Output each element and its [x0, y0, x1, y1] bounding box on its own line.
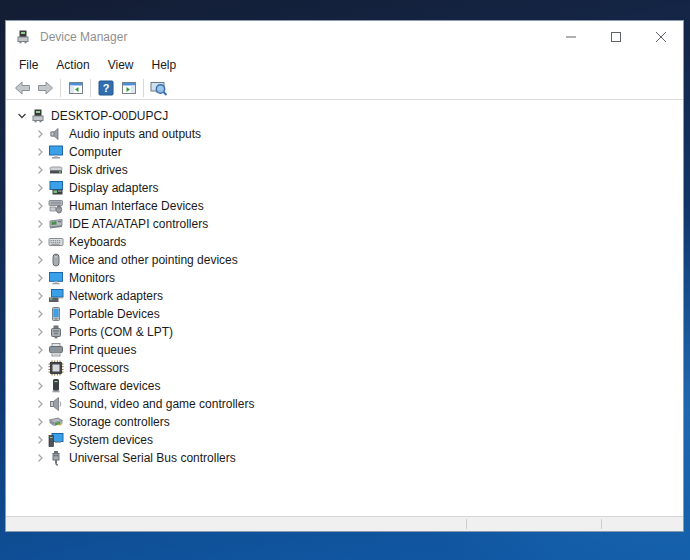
menu-file[interactable]: File: [10, 55, 47, 75]
tree-node-monitor[interactable]: Computer: [6, 143, 683, 161]
back-arrow-icon: [14, 81, 31, 95]
tree-node-mouse[interactable]: Mice and other pointing devices: [6, 251, 683, 269]
maximize-button[interactable]: [593, 21, 638, 53]
tree-node-hid[interactable]: Human Interface Devices: [6, 197, 683, 215]
chevron-right-icon[interactable]: [31, 162, 48, 178]
forward-arrow-icon: [37, 81, 54, 95]
chevron-right-icon[interactable]: [31, 234, 48, 250]
chevron-right-icon[interactable]: [31, 216, 48, 232]
tree-node-speaker[interactable]: Sound, video and game controllers: [6, 395, 683, 413]
tree-node-label: DESKTOP-O0DUPCJ: [51, 109, 168, 123]
close-button[interactable]: [638, 21, 683, 53]
chevron-right-icon[interactable]: [31, 414, 48, 430]
tree-node-audio[interactable]: Audio inputs and outputs: [6, 125, 683, 143]
device-tree: DESKTOP-O0DUPCJAudio inputs and outputsC…: [6, 100, 683, 516]
chevron-right-icon[interactable]: [31, 378, 48, 394]
chevron-right-icon[interactable]: [31, 126, 48, 142]
disk-icon: [48, 162, 64, 178]
tree-node-disk[interactable]: Disk drives: [6, 161, 683, 179]
chevron-right-icon[interactable]: [31, 450, 48, 466]
tree-node-display-adapter[interactable]: Display adapters: [6, 179, 683, 197]
software-icon: [48, 378, 64, 394]
tree-node-portable[interactable]: Portable Devices: [6, 305, 683, 323]
toolbar-separator: [143, 79, 144, 97]
system-icon: [48, 432, 64, 448]
titlebar: Device Manager: [6, 21, 683, 53]
show-console-tree-button[interactable]: [64, 77, 87, 99]
show-action-pane-button[interactable]: [117, 77, 140, 99]
minimize-icon: [566, 32, 576, 42]
tree-node-label: Computer: [69, 145, 122, 159]
monitor-flat-icon: [48, 270, 64, 286]
chevron-right-icon[interactable]: [31, 288, 48, 304]
statusbar: [6, 516, 683, 531]
back-button[interactable]: [11, 77, 34, 99]
statusbar-separator: [601, 519, 602, 529]
svg-text:?: ?: [102, 82, 109, 94]
chevron-right-icon[interactable]: [31, 306, 48, 322]
console-tree-icon: [68, 80, 84, 96]
chevron-right-icon[interactable]: [31, 198, 48, 214]
tree-node-label: Ports (COM & LPT): [69, 325, 173, 339]
help-icon: ?: [98, 80, 114, 96]
tree-node-label: Human Interface Devices: [69, 199, 204, 213]
port-icon: [48, 324, 64, 340]
tree-node-usb[interactable]: Universal Serial Bus controllers: [6, 449, 683, 467]
tree-node-label: Display adapters: [69, 181, 158, 195]
chevron-right-icon[interactable]: [31, 432, 48, 448]
chevron-right-icon[interactable]: [31, 396, 48, 412]
chevron-down-icon[interactable]: [13, 108, 30, 124]
help-button[interactable]: ?: [94, 77, 117, 99]
chevron-right-icon[interactable]: [31, 324, 48, 340]
menu-action[interactable]: Action: [47, 55, 98, 75]
tree-node-label: Storage controllers: [69, 415, 170, 429]
tree-node-label: Software devices: [69, 379, 160, 393]
menu-view[interactable]: View: [99, 55, 143, 75]
minimize-button[interactable]: [548, 21, 593, 53]
chevron-right-icon[interactable]: [31, 360, 48, 376]
tree-node-label: Sound, video and game controllers: [69, 397, 254, 411]
computer-device-icon: [30, 108, 46, 124]
menu-help[interactable]: Help: [143, 55, 186, 75]
device-manager-app-icon: [15, 29, 31, 45]
menubar: FileActionViewHelp: [6, 53, 683, 76]
tree-node-printer[interactable]: Print queues: [6, 341, 683, 359]
monitor-icon: [48, 144, 64, 160]
tree-node-port[interactable]: Ports (COM & LPT): [6, 323, 683, 341]
tree-node-system[interactable]: System devices: [6, 431, 683, 449]
tree-node-processor[interactable]: Processors: [6, 359, 683, 377]
chevron-right-icon[interactable]: [31, 342, 48, 358]
tree-node-label: Audio inputs and outputs: [69, 127, 201, 141]
tree-node-label: Portable Devices: [69, 307, 160, 321]
tree-root-computer[interactable]: DESKTOP-O0DUPCJ: [6, 107, 683, 125]
printer-icon: [48, 342, 64, 358]
device-manager-window: Device Manager FileActionViewHelp: [5, 20, 684, 532]
tree-node-label: IDE ATA/ATAPI controllers: [69, 217, 208, 231]
chevron-right-icon[interactable]: [31, 144, 48, 160]
tree-node-label: Processors: [69, 361, 129, 375]
chevron-right-icon[interactable]: [31, 252, 48, 268]
display-adapter-icon: [48, 180, 64, 196]
tree-node-keyboard[interactable]: Keyboards: [6, 233, 683, 251]
tree-node-label: System devices: [69, 433, 153, 447]
audio-icon: [48, 126, 64, 142]
window-title: Device Manager: [40, 30, 548, 44]
tree-node-software[interactable]: Software devices: [6, 377, 683, 395]
close-icon: [656, 32, 666, 42]
ide-icon: [48, 216, 64, 232]
forward-button[interactable]: [34, 77, 57, 99]
tree-node-storage[interactable]: Storage controllers: [6, 413, 683, 431]
processor-icon: [48, 360, 64, 376]
scan-hardware-changes-button[interactable]: [147, 77, 170, 99]
chevron-right-icon[interactable]: [31, 270, 48, 286]
chevron-right-icon[interactable]: [31, 180, 48, 196]
tree-node-label: Print queues: [69, 343, 136, 357]
tree-node-ide[interactable]: IDE ATA/ATAPI controllers: [6, 215, 683, 233]
tree-node-monitor-flat[interactable]: Monitors: [6, 269, 683, 287]
tree-node-label: Mice and other pointing devices: [69, 253, 238, 267]
portable-icon: [48, 306, 64, 322]
tree-node-network[interactable]: Network adapters: [6, 287, 683, 305]
window-controls: [548, 21, 683, 53]
network-icon: [48, 288, 64, 304]
usb-icon: [48, 450, 64, 466]
